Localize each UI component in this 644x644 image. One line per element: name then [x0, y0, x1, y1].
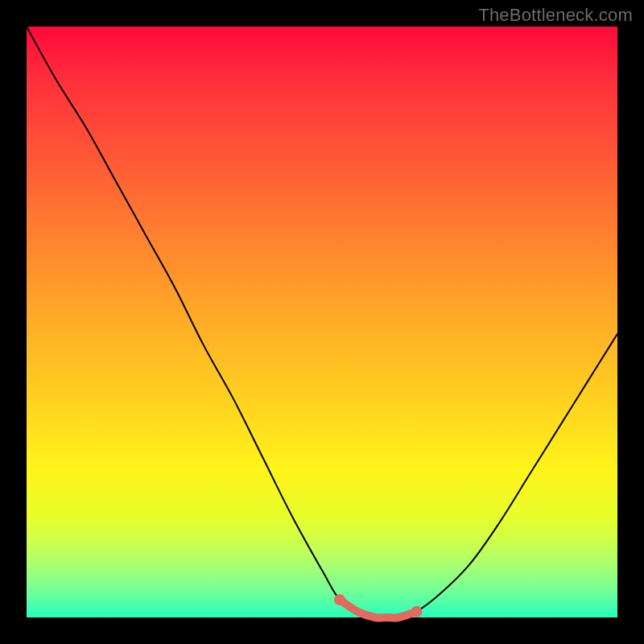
highlight-dot-right	[411, 606, 422, 617]
bottleneck-curve	[27, 27, 617, 617]
watermark-text: TheBottleneck.com	[478, 5, 633, 26]
curve-path	[27, 27, 617, 618]
highlight-dot-left	[334, 594, 345, 605]
plot-area	[27, 27, 617, 617]
curve-highlight	[340, 600, 416, 618]
chart-frame: TheBottleneck.com	[0, 0, 644, 644]
